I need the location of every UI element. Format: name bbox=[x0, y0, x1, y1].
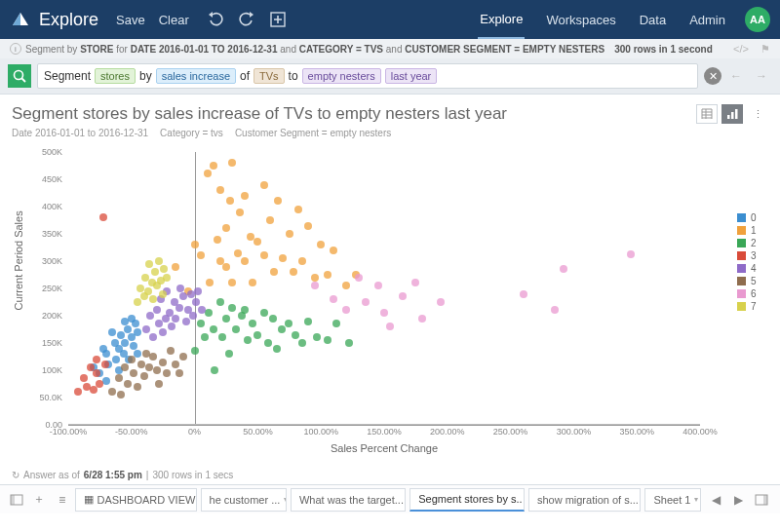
data-point[interactable] bbox=[172, 315, 179, 323]
data-point[interactable] bbox=[298, 257, 306, 265]
app-logo[interactable] bbox=[10, 9, 31, 30]
data-point[interactable] bbox=[228, 304, 236, 312]
data-point[interactable] bbox=[168, 323, 176, 330]
data-point[interactable] bbox=[437, 298, 445, 306]
data-point[interactable] bbox=[160, 265, 168, 273]
data-point[interactable] bbox=[163, 274, 171, 282]
data-point[interactable] bbox=[216, 186, 224, 194]
data-point[interactable] bbox=[151, 268, 159, 276]
data-point[interactable] bbox=[292, 331, 299, 339]
data-point[interactable] bbox=[330, 247, 337, 254]
sheet-tab[interactable]: What was the target...▾ bbox=[291, 488, 406, 512]
data-point[interactable] bbox=[159, 359, 167, 366]
data-point[interactable] bbox=[355, 274, 363, 282]
data-point[interactable] bbox=[197, 320, 205, 327]
data-point[interactable] bbox=[74, 388, 82, 396]
data-point[interactable] bbox=[222, 315, 230, 323]
data-point[interactable] bbox=[204, 170, 212, 177]
data-point[interactable] bbox=[130, 369, 137, 377]
data-point[interactable] bbox=[214, 236, 221, 244]
legend-item[interactable]: 1 bbox=[737, 225, 770, 236]
data-point[interactable] bbox=[121, 339, 129, 347]
data-point[interactable] bbox=[254, 331, 261, 339]
legend-item[interactable]: 7 bbox=[737, 301, 770, 312]
data-point[interactable] bbox=[273, 345, 281, 353]
data-point[interactable] bbox=[191, 241, 199, 248]
data-point[interactable] bbox=[182, 318, 190, 325]
data-point[interactable] bbox=[236, 209, 244, 216]
data-point[interactable] bbox=[285, 320, 292, 327]
nav-data[interactable]: Data bbox=[638, 2, 668, 38]
sheet-tab[interactable]: Segment stores by s..▾ bbox=[410, 488, 525, 512]
data-point[interactable] bbox=[418, 315, 426, 323]
data-point[interactable] bbox=[211, 366, 218, 374]
data-point[interactable] bbox=[136, 285, 144, 292]
code-icon[interactable]: </> bbox=[733, 43, 749, 55]
token-last-year[interactable]: last year bbox=[385, 68, 438, 84]
data-point[interactable] bbox=[226, 197, 234, 205]
data-point[interactable] bbox=[520, 290, 527, 298]
token-tvs[interactable]: TVs bbox=[254, 68, 285, 84]
data-point[interactable] bbox=[206, 279, 214, 286]
data-point[interactable] bbox=[399, 292, 407, 300]
data-point[interactable] bbox=[134, 328, 141, 336]
data-point[interactable] bbox=[149, 333, 157, 341]
data-point[interactable] bbox=[197, 251, 205, 259]
data-point[interactable] bbox=[124, 325, 132, 333]
token-stores[interactable]: stores bbox=[95, 68, 136, 84]
data-point[interactable] bbox=[234, 249, 242, 257]
data-point[interactable] bbox=[172, 361, 179, 368]
data-point[interactable] bbox=[311, 282, 319, 289]
clear-link[interactable]: Clear bbox=[159, 13, 189, 27]
data-point[interactable] bbox=[142, 325, 150, 333]
legend-item[interactable]: 2 bbox=[737, 238, 770, 248]
avatar[interactable]: AA bbox=[745, 7, 770, 32]
data-point[interactable] bbox=[304, 222, 312, 230]
legend-item[interactable]: 0 bbox=[737, 212, 770, 223]
data-point[interactable] bbox=[324, 271, 332, 279]
data-point[interactable] bbox=[155, 257, 163, 265]
data-point[interactable] bbox=[121, 363, 129, 371]
data-point[interactable] bbox=[279, 254, 287, 262]
data-point[interactable] bbox=[192, 298, 200, 306]
data-point[interactable] bbox=[93, 356, 100, 363]
data-point[interactable] bbox=[210, 325, 217, 333]
data-point[interactable] bbox=[286, 230, 293, 238]
data-point[interactable] bbox=[176, 304, 183, 312]
data-point[interactable] bbox=[80, 374, 88, 382]
data-point[interactable] bbox=[266, 216, 274, 224]
next-icon[interactable]: → bbox=[751, 65, 772, 87]
data-point[interactable] bbox=[232, 325, 240, 333]
data-point[interactable] bbox=[124, 380, 132, 388]
data-point[interactable] bbox=[241, 192, 249, 200]
sheet-tab[interactable]: Sheet 1▾ bbox=[644, 488, 701, 512]
data-point[interactable] bbox=[228, 159, 236, 167]
nav-admin[interactable]: Admin bbox=[687, 2, 727, 38]
data-point[interactable] bbox=[167, 347, 175, 355]
undo-icon[interactable] bbox=[203, 7, 228, 32]
legend-item[interactable]: 5 bbox=[737, 276, 770, 286]
data-point[interactable] bbox=[260, 181, 268, 189]
data-point[interactable] bbox=[159, 290, 167, 298]
refresh-icon[interactable]: ↻ bbox=[12, 470, 20, 480]
data-point[interactable] bbox=[149, 353, 157, 361]
data-point[interactable] bbox=[222, 263, 230, 271]
data-point[interactable] bbox=[313, 333, 321, 341]
data-point[interactable] bbox=[374, 282, 382, 289]
tab-prev-icon[interactable]: ◀ bbox=[705, 488, 726, 512]
data-point[interactable] bbox=[191, 347, 199, 355]
data-point[interactable] bbox=[102, 350, 110, 358]
data-point[interactable] bbox=[244, 336, 252, 344]
legend-item[interactable]: 4 bbox=[737, 263, 770, 274]
save-link[interactable]: Save bbox=[116, 13, 145, 27]
data-point[interactable] bbox=[270, 268, 278, 276]
data-point[interactable] bbox=[115, 374, 123, 382]
data-point[interactable] bbox=[216, 298, 224, 306]
data-point[interactable] bbox=[145, 363, 153, 371]
data-point[interactable] bbox=[153, 306, 161, 314]
data-point[interactable] bbox=[210, 162, 217, 170]
data-point[interactable] bbox=[342, 306, 350, 314]
data-point[interactable] bbox=[264, 339, 272, 347]
data-point[interactable] bbox=[218, 333, 226, 341]
data-point[interactable] bbox=[249, 320, 256, 327]
